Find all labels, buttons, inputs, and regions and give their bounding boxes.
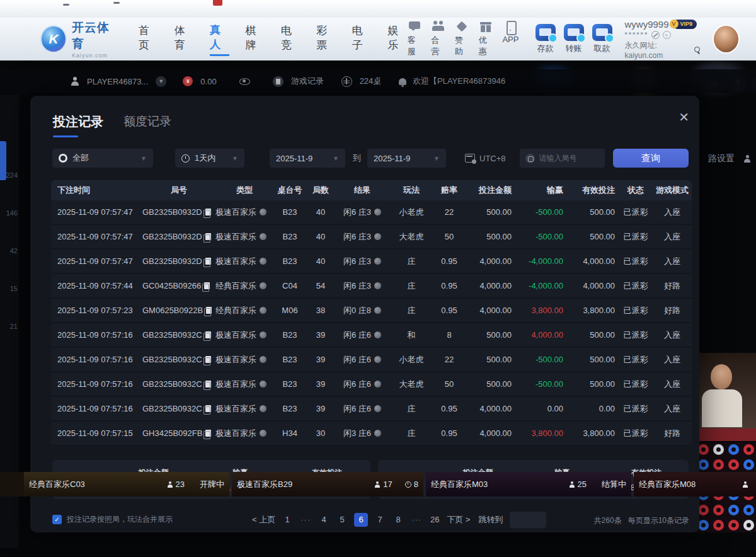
copy-icon[interactable] (205, 405, 211, 412)
column-header: 局号 (171, 185, 187, 196)
bead-red (743, 444, 754, 455)
quick-action-label: 客服 (408, 35, 422, 57)
cell-odds: 0.95 (441, 281, 457, 290)
cell-time: 2025-11-09 07:57:47 (51, 256, 133, 266)
close-icon[interactable]: ✕ (679, 110, 689, 125)
road-settings-label[interactable]: 路设置 (708, 153, 735, 164)
table-row: 2025-11-09 07:57:23GM0625B0922B经典百家乐M063… (51, 299, 692, 323)
date-from-picker[interactable]: 2025-11-9 ▼ (270, 149, 345, 168)
time-range-dropdown[interactable]: 1天内 ▼ (175, 149, 244, 168)
quick-action-2[interactable]: 合营 (431, 21, 445, 57)
magnifier-icon[interactable] (694, 47, 700, 53)
wallet-action-1[interactable]: 存款 (536, 24, 556, 54)
info-icon (260, 381, 266, 388)
viewer-count-icon (743, 155, 751, 163)
nav-menu-item[interactable]: 娱乐 (387, 23, 407, 55)
page-number[interactable]: 6 (354, 513, 368, 527)
column-header: 结果 (354, 185, 370, 196)
page-number[interactable]: 26 (428, 513, 441, 527)
cell-type: 极速百家乐 (215, 403, 266, 415)
chevron-down-icon[interactable]: ▼ (156, 76, 166, 87)
nav-menu-item[interactable]: 棋牌 (245, 23, 265, 55)
game-record-label[interactable]: 游戏记录 (291, 76, 324, 87)
page-number[interactable]: 4 (318, 513, 330, 527)
date-to-picker[interactable]: 2025-11-9 ▼ (367, 149, 446, 168)
partners-icon (432, 21, 445, 33)
quick-action-5[interactable]: APP (502, 21, 518, 57)
info-icon (260, 430, 266, 437)
nav-menu-item[interactable]: 体育 (174, 23, 193, 55)
page-number[interactable]: 1 (281, 513, 294, 527)
user-avatar[interactable] (713, 25, 740, 54)
copy-icon[interactable] (204, 282, 210, 289)
page-number[interactable]: 5 (336, 513, 348, 527)
merge-checkbox[interactable]: ✓ (52, 515, 62, 524)
cell-play: 小老虎 (399, 207, 424, 218)
site-logo[interactable]: K 开云体育 Kaiyun.com (40, 20, 120, 59)
cell-time: 2025-11-09 07:57:47 (51, 232, 133, 241)
table-card-name: 经典百家乐C03 (29, 479, 85, 490)
jump-page-input[interactable] (510, 512, 546, 528)
bell-icon[interactable] (399, 78, 406, 85)
bead-blue (743, 459, 754, 470)
cell-mode: 好路 (664, 428, 680, 439)
page-number[interactable]: 8 (392, 513, 404, 527)
copy-icon[interactable] (205, 233, 211, 240)
quick-action-4[interactable]: 优惠 (479, 21, 493, 57)
copy-icon[interactable] (205, 356, 211, 363)
table-row: 2025-11-09 07:57:15GH3425B092FB极速百家乐H343… (51, 422, 692, 446)
cell-winloss: 3,800.00 (531, 306, 567, 315)
copy-icon[interactable] (206, 307, 212, 314)
query-button[interactable]: 查询 (613, 149, 689, 168)
wallet-action-3[interactable]: 取款 (592, 24, 612, 54)
category-dropdown[interactable]: 全部 ▼ (52, 149, 153, 168)
table-count[interactable]: 224桌 (360, 76, 382, 87)
table-card[interactable]: 经典百家乐C0323开牌中 (24, 472, 229, 497)
info-icon (374, 405, 381, 412)
quick-action-3[interactable]: 赞助 (455, 21, 469, 57)
eye-off-icon[interactable] (651, 31, 660, 39)
player-bar: PLAYER46873... ▼ ¥ 0.00 游戏记录 224桌 欢迎【PLA… (0, 69, 756, 93)
copy-icon[interactable] (205, 258, 211, 265)
chevron-down-icon: ▼ (232, 155, 238, 162)
cell-round: GB2325B0932D (142, 256, 211, 266)
tab-quota-records[interactable]: 额度记录 (123, 113, 171, 130)
page-number[interactable]: 7 (374, 513, 386, 527)
cell-winloss: 4,000.00 (531, 330, 567, 340)
players-icon (374, 481, 381, 488)
next-page-button[interactable]: 下页 > (447, 514, 470, 525)
table-header: 下注时间局号类型桌台号局数结果玩法赔率投注金额输赢有效投注状态游戏模式 (51, 180, 692, 200)
left-rail-badge: 224 (0, 171, 18, 179)
cell-amount: 4,000.00 (479, 256, 515, 266)
copy-icon[interactable] (205, 331, 211, 338)
prev-page-button[interactable]: < 上页 (252, 514, 275, 525)
table-card-name: 经典百家乐M03 (431, 479, 488, 490)
table-card[interactable]: 极速百家乐B29178 (232, 472, 423, 497)
bead-white (713, 444, 724, 455)
table-row: 2025-11-09 07:57:44GC0425B09266经典百家乐C045… (51, 274, 692, 299)
tab-bet-records[interactable]: 投注记录 (53, 113, 103, 137)
nav-menu-item[interactable]: 真人 (210, 23, 229, 56)
cell-play: 庄 (408, 305, 416, 316)
copy-icon[interactable] (205, 430, 211, 437)
logo-name: 开云体育 (72, 20, 120, 52)
table-card[interactable]: 经典百家乐M08 (634, 472, 756, 497)
quick-action-1[interactable]: 客服 (408, 21, 422, 57)
cell-result: 闲6 庄6 (343, 403, 381, 415)
copy-icon[interactable] (205, 381, 211, 388)
cell-type: 经典百家乐 (215, 305, 266, 316)
nav-menu-item[interactable]: 电子 (352, 23, 372, 55)
cell-odds: 0.95 (441, 306, 457, 315)
round-search-input[interactable] (539, 154, 597, 163)
wallet-action-2[interactable]: 转账 (564, 24, 584, 54)
balance-eye-icon[interactable] (239, 78, 250, 85)
nav-menu-item[interactable]: 电竞 (281, 23, 301, 55)
table-card[interactable]: 经典百家乐M0325结算中 (426, 472, 631, 497)
nav-menu-item[interactable]: 首页 (139, 23, 158, 55)
dealer-video-feed[interactable] (693, 353, 756, 441)
modal-tabs: 投注记录 额度记录 (53, 113, 171, 137)
copy-icon[interactable] (205, 209, 211, 215)
info-icon (260, 405, 266, 412)
round-search-box[interactable] (520, 149, 605, 168)
nav-menu-item[interactable]: 彩票 (316, 23, 336, 55)
